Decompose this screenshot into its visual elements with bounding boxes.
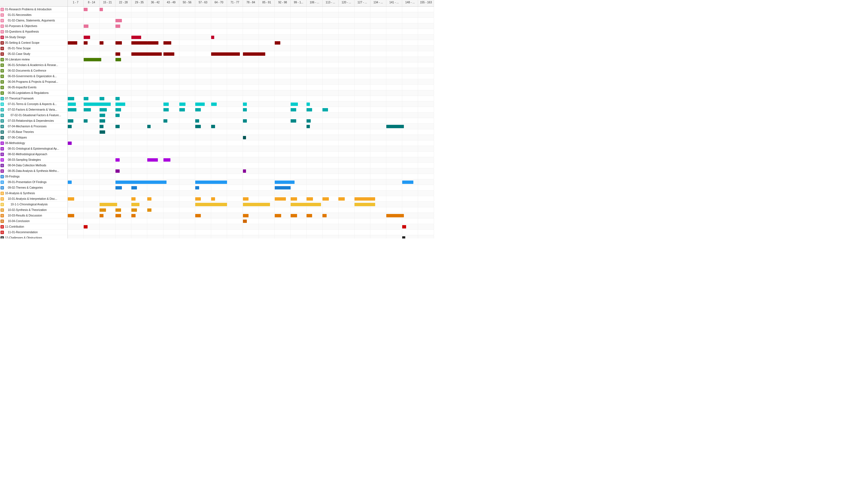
page-col-header-16: 113 - ... xyxy=(323,0,339,6)
chart-cell-38-16 xyxy=(323,218,339,224)
chart-cell-24-4 xyxy=(131,140,147,146)
chart-cell-15-11 xyxy=(243,90,259,96)
chart-cell-0-3 xyxy=(116,7,131,12)
chart-row-6 xyxy=(68,40,434,46)
label-row-1: 01-01-Neccessities xyxy=(0,12,67,18)
chart-cell-41-14 xyxy=(291,235,307,238)
chart-cell-22-6 xyxy=(163,129,179,135)
chart-cell-29-10 xyxy=(227,168,243,174)
chart-cell-7-17 xyxy=(339,46,354,51)
bar-0-2 xyxy=(100,8,103,11)
chart-cell-19-15 xyxy=(307,112,322,118)
chart-cell-2-15 xyxy=(307,18,322,23)
chart-cell-38-20 xyxy=(386,218,402,224)
chart-cell-22-1 xyxy=(84,129,100,135)
chart-cell-35-10 xyxy=(227,202,243,207)
chart-cell-32-20 xyxy=(386,185,402,190)
chart-cell-5-13 xyxy=(275,35,291,40)
chart-cell-41-15 xyxy=(307,235,322,238)
chart-cell-15-21 xyxy=(402,90,418,96)
bar-20-14 xyxy=(291,119,296,123)
chart-cell-28-19 xyxy=(370,163,386,168)
chart-cell-13-20 xyxy=(386,79,402,84)
chart-cell-10-2 xyxy=(100,62,116,68)
bar-6-4 xyxy=(131,41,147,44)
chart-cell-21-13 xyxy=(275,124,291,129)
chart-cell-33-14 xyxy=(291,191,307,196)
row-color-icon-28 xyxy=(1,164,4,167)
chart-cell-0-8 xyxy=(195,7,211,12)
chart-cell-14-12 xyxy=(259,85,275,90)
chart-cell-32-7 xyxy=(179,185,195,190)
bar-6-1 xyxy=(84,41,88,44)
chart-cell-15-19 xyxy=(370,90,386,96)
chart-cell-13-1 xyxy=(84,79,100,84)
chart-cell-3-8 xyxy=(195,24,211,29)
chart-cell-35-6 xyxy=(163,202,179,207)
bar-8-6 xyxy=(163,53,175,56)
chart-cell-9-13 xyxy=(275,57,291,62)
row-label-37: 10-03-Results & Discussion xyxy=(5,214,42,217)
chart-cell-2-16 xyxy=(323,18,339,23)
chart-cell-12-19 xyxy=(370,74,386,79)
chart-cell-28-18 xyxy=(354,163,370,168)
chart-cell-32-15 xyxy=(307,185,322,190)
chart-cell-23-7 xyxy=(179,135,195,140)
chart-cell-4-6 xyxy=(163,29,179,34)
chart-cell-26-16 xyxy=(323,151,339,157)
svg-rect-8 xyxy=(1,53,3,55)
chart-cell-6-11 xyxy=(243,40,259,45)
chart-cell-37-12 xyxy=(259,213,275,218)
chart-cell-10-4 xyxy=(131,62,147,68)
chart-cell-28-4 xyxy=(131,163,147,168)
chart-row-40 xyxy=(68,230,434,235)
chart-cell-30-15 xyxy=(307,174,322,179)
chart-row-11 xyxy=(68,68,434,74)
chart-cell-28-1 xyxy=(84,163,100,168)
label-row-27: 08-03-Sampling Strategies xyxy=(0,157,67,163)
chart-cell-25-21 xyxy=(402,146,418,151)
label-row-22: 07-05-Base Theories xyxy=(0,129,67,135)
label-row-25: 08-01-Ontological & Epistemological Ap..… xyxy=(0,146,67,151)
chart-cell-13-11 xyxy=(243,79,259,84)
svg-rect-36 xyxy=(1,209,3,211)
chart-cell-11-22 xyxy=(418,68,434,73)
chart-cell-13-6 xyxy=(163,79,179,84)
chart-cell-41-10 xyxy=(227,235,243,238)
chart-cell-23-0 xyxy=(68,135,84,140)
chart-cell-8-8 xyxy=(195,51,211,57)
chart-cell-23-22 xyxy=(418,135,434,140)
chart-cell-38-12 xyxy=(259,218,275,224)
chart-cell-31-19 xyxy=(370,179,386,185)
chart-cell-34-22 xyxy=(418,196,434,201)
chart-cell-13-15 xyxy=(307,79,322,84)
page-col-header-20: 141 - ... xyxy=(386,0,402,6)
chart-cell-37-22 xyxy=(418,213,434,218)
chart-cell-10-8 xyxy=(195,62,211,68)
svg-rect-24 xyxy=(1,142,3,144)
chart-cell-19-19 xyxy=(370,112,386,118)
chart-row-28 xyxy=(68,163,434,168)
row-color-icon-0 xyxy=(1,8,4,11)
row-color-icon-12 xyxy=(1,75,4,78)
row-label-27: 08-03-Sampling Strategies xyxy=(5,158,41,161)
row-label-0: 01-Research Problems & Introduction xyxy=(5,8,52,11)
chart-cell-0-14 xyxy=(291,7,307,12)
chart-row-31 xyxy=(68,179,434,185)
chart-cell-40-20 xyxy=(386,230,402,235)
chart-cell-1-22 xyxy=(418,12,434,18)
svg-rect-12 xyxy=(1,75,3,77)
chart-cell-3-12 xyxy=(259,24,275,29)
chart-cell-12-17 xyxy=(339,74,354,79)
bar-5-1 xyxy=(84,36,90,39)
chart-cell-15-8 xyxy=(195,90,211,96)
chart-cell-13-10 xyxy=(227,79,243,84)
chart-cell-16-9 xyxy=(211,96,227,101)
chart-cell-30-22 xyxy=(418,174,434,179)
chart-row-30 xyxy=(68,174,434,179)
chart-cell-21-17 xyxy=(339,124,354,129)
chart-cell-28-0 xyxy=(68,163,84,168)
bar-17-6 xyxy=(163,103,169,106)
chart-cell-2-11 xyxy=(243,18,259,23)
page-col-header-7: 50 - 56 xyxy=(179,0,195,6)
